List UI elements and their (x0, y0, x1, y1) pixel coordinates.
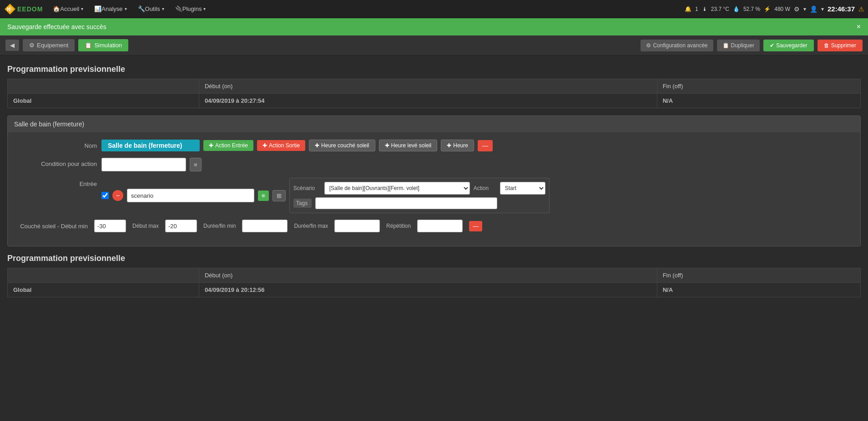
config-avancee-button[interactable]: ⚙ Configuration avancée (641, 40, 713, 51)
nom-label: Nom (15, 140, 97, 149)
sun-up-icon: ✚ (385, 142, 389, 149)
droplet-icon: 💧 (733, 6, 740, 12)
condition-input[interactable] (101, 158, 186, 171)
nav-plugins[interactable]: 🔌 Plugins ▾ (170, 0, 212, 18)
back-button[interactable]: ◀ (5, 40, 19, 51)
equipment-icon: ⚙ (29, 42, 35, 49)
scenario-select-row: Scénario [Salle de bain][Ouvrants][Ferm.… (293, 182, 545, 195)
plus-icon: ✚ (209, 142, 213, 149)
couche-label: Couché soleil - Début min (15, 223, 88, 230)
prog-section-2: Programmation previsionnelle Début (on) … (7, 254, 861, 297)
condition-controls: ≡ (101, 158, 202, 171)
user-icon[interactable]: 👤 (810, 5, 818, 13)
entree-controls: − ≡ ⊞ Scénario [Salle de bain][Ouvrants]… (101, 178, 550, 213)
tags-label: Tags (293, 199, 312, 208)
clock: 22:46:37 (828, 5, 855, 13)
supprimer-button[interactable]: 🗑 Supprimer (818, 40, 863, 51)
couche-row: Couché soleil - Début min Début max Duré… (15, 220, 853, 232)
heure-button[interactable]: ✚ Heure (441, 140, 474, 151)
duree-fin-min-label: Durée/fin min (203, 223, 236, 229)
heure-leve-button[interactable]: ✚ Heure levé soleil (379, 140, 438, 151)
alert-icon: ⚠ (858, 5, 864, 13)
banner-close-button[interactable]: × (857, 23, 861, 31)
panel-body: Nom ✚ Action Entrée ✚ Action Sortie ✚ He… (8, 132, 860, 246)
caret-icon: ▾ (162, 6, 164, 11)
couche-remove-button[interactable]: — (469, 221, 482, 231)
minus-icon: ✚ (262, 142, 267, 149)
row-label-2: Global (8, 283, 199, 297)
sauvegarder-button[interactable]: ✔ Sauvegarder (763, 40, 814, 51)
wrench-icon: 🔧 (138, 5, 145, 12)
duree-fin-min-input[interactable] (242, 220, 288, 232)
logo-icon: H (4, 3, 16, 15)
topnav: H EEDOM 🏠 Accueil ▾ 📊 Analyse ▾ 🔧 Outils… (0, 0, 868, 18)
gear-icon[interactable]: ⚙ (794, 5, 800, 13)
duree-fin-max-label: Durée/fin max (294, 223, 328, 229)
entree-checkbox[interactable] (101, 192, 109, 199)
clock-icon: ✚ (447, 142, 451, 149)
panel-header: Salle de bain (fermeture) (8, 116, 860, 132)
success-banner: Sauvegarde effectuée avec succès × (0, 18, 868, 35)
tab-equipement[interactable]: ⚙ Equipement (23, 39, 75, 51)
sun-down-icon: ✚ (315, 142, 319, 149)
debut-min-input[interactable] (94, 220, 126, 232)
row-debut-1: 04/09/2019 à 20:27:54 (199, 94, 657, 108)
scenario-table-button[interactable]: ⊞ (273, 190, 286, 201)
th-empty-1 (8, 79, 199, 94)
main-content: Programmation previsionnelle Début (on) … (0, 55, 868, 309)
logo-text: EEDOM (17, 5, 43, 13)
th-empty-2 (8, 268, 199, 283)
scenario-input[interactable] (127, 189, 254, 202)
heure-couche-button[interactable]: ✚ Heure couché soleil (309, 140, 375, 151)
condition-table-button[interactable]: ≡ (190, 158, 202, 171)
nom-input[interactable] (101, 140, 200, 151)
condition-label: Condition pour action (15, 158, 97, 167)
stat-power: 480 W (774, 6, 790, 12)
repetition-input[interactable] (417, 220, 463, 232)
remove-button[interactable]: — (478, 140, 493, 151)
entree-minus-button[interactable]: − (112, 190, 123, 201)
row-label-1: Global (8, 94, 199, 108)
action-entree-button[interactable]: ✚ Action Entrée (203, 140, 253, 151)
table-row: Global 04/09/2019 à 20:12:56 N/A (8, 283, 861, 297)
logo: H EEDOM (4, 3, 43, 15)
prog-title-1: Programmation previsionnelle (7, 65, 861, 74)
scenario-label: Scénario (293, 185, 321, 191)
entree-label: Entrée (15, 178, 97, 187)
nom-row: Nom ✚ Action Entrée ✚ Action Sortie ✚ He… (15, 140, 853, 151)
prog-table-2: Début (on) Fin (off) Global 04/09/2019 à… (7, 268, 861, 297)
caret-icon: ▾ (81, 6, 83, 11)
action-sortie-button[interactable]: ✚ Action Sortie (257, 140, 305, 151)
debut-max-input[interactable] (165, 220, 197, 232)
nav-accueil[interactable]: 🏠 Accueil ▾ (47, 0, 89, 18)
thermometer-icon: 🌡 (702, 6, 707, 12)
caret-icon: ▾ (125, 6, 127, 11)
tab-bar-actions: ⚙ Configuration avancée 📋 Dupliquer ✔ Sa… (641, 40, 863, 51)
tags-row: Tags (293, 197, 497, 209)
success-message: Sauvegarde effectuée avec succès (7, 23, 106, 30)
copy-icon: 📋 (722, 42, 729, 49)
nav-menu: 🏠 Accueil ▾ 📊 Analyse ▾ 🔧 Outils ▾ 🔌 Plu… (47, 0, 685, 18)
home-icon: 🏠 (53, 5, 60, 12)
dupliquer-button[interactable]: 📋 Dupliquer (717, 40, 760, 51)
tags-input[interactable] (315, 197, 497, 209)
bolt-icon: ⚡ (764, 6, 771, 12)
caret-down-icon2: ▾ (821, 6, 824, 12)
simulation-icon: 📋 (85, 42, 92, 49)
check-icon: ✔ (770, 42, 774, 49)
prog-section-1: Programmation previsionnelle Début (on) … (7, 65, 861, 108)
scenario-edit-button[interactable]: ≡ (258, 190, 269, 201)
scenario-select[interactable]: [Salle de bain][Ouvrants][Ferm. volet] (324, 182, 470, 195)
action-select[interactable]: Start (500, 182, 545, 195)
tab-simulation[interactable]: 📋 Simulation (78, 39, 128, 51)
caret-down-icon: ▾ (803, 6, 806, 12)
row-fin-2: N/A (657, 283, 860, 297)
nav-analyse[interactable]: 📊 Analyse ▾ (89, 0, 132, 18)
tab-bar: ◀ ⚙ Equipement 📋 Simulation ⚙ Configurat… (0, 35, 868, 55)
duree-fin-max-input[interactable] (334, 220, 380, 232)
debut-max-label: Début max (132, 223, 159, 229)
trash-icon: 🗑 (824, 42, 829, 49)
config-icon: ⚙ (646, 42, 651, 49)
nav-outils[interactable]: 🔧 Outils ▾ (132, 0, 170, 18)
plug-icon: 🔌 (175, 5, 182, 12)
